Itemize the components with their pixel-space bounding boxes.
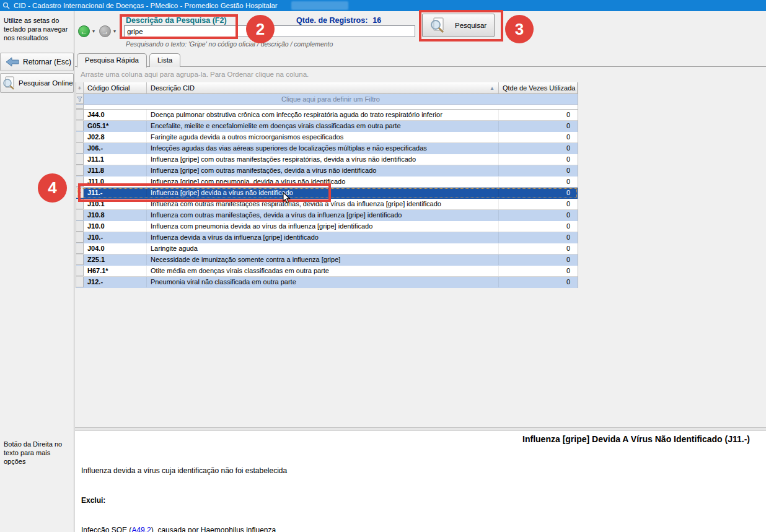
cid-description-cell[interactable]: Influenza [gripe] devida a vírus não ide… [147,188,499,198]
cid-description-cell[interactable]: Faringite aguda devida a outros microorg… [147,132,499,142]
cid-description-cell[interactable]: Influenza [gripe] com outras manifestaçõ… [147,165,499,176]
table-row[interactable]: H67.1* Otite média em doenças virais cla… [76,266,578,277]
table-row[interactable]: J11.0 Influenza [gripe] com pneumonia, d… [76,177,578,188]
usage-count-cell[interactable]: 0 [499,243,578,254]
cid-code-cell[interactable]: J10.1 [84,199,147,209]
row-indicator[interactable] [76,243,84,254]
usage-count-cell[interactable]: 0 [499,154,578,165]
table-row[interactable]: J06.- Infecções agudas das vias aéreas s… [76,143,578,154]
nav-back-button[interactable]: ← [78,25,90,37]
search-online-button[interactable]: Pesquisar Online [0,73,74,93]
row-indicator[interactable] [76,177,84,187]
cid-description-cell[interactable]: Pneumonia viral não classificada em outr… [147,277,499,287]
table-row[interactable]: J10.8 Influenza com outras manifestações… [76,210,578,221]
tab-lista[interactable]: Lista [149,53,180,67]
row-indicator[interactable]: ► [76,188,84,198]
row-indicator[interactable] [76,255,84,265]
cid-code-cell[interactable]: J11.8 [84,165,147,176]
cid-code-cell[interactable]: J02.8 [84,132,147,142]
nav-forward-caret-icon[interactable]: ▾ [113,28,116,34]
cid-description-cell[interactable]: Influenza com pneumonia devida ao vírus … [147,221,499,232]
filter-icon-cell[interactable] [76,94,84,104]
cid-description-cell[interactable]: Influenza com outras manifestações respi… [147,199,499,209]
table-row[interactable]: J04.0 Laringite aguda 0 [76,243,578,255]
cid-code-cell[interactable]: J11.0 [84,177,147,187]
cid-description-cell[interactable]: Necessidade de imunização somente contra… [147,255,499,265]
row-indicator[interactable] [76,221,84,232]
cid-code-cell[interactable]: Z25.1 [84,255,147,265]
cid-code-cell[interactable]: J10.8 [84,210,147,220]
cid-code-cell[interactable]: J11.- [84,188,147,198]
search-button[interactable]: Pesquisar [422,14,495,37]
table-row[interactable]: J10.- Influenza devida a vírus da influe… [76,232,578,243]
usage-count-cell[interactable]: 0 [499,210,578,220]
nav-back-caret-icon[interactable]: ▾ [92,28,95,34]
table-row[interactable]: G05.1* Encefalite, mielite e encefalomie… [76,121,578,132]
usage-count-cell[interactable]: 0 [499,132,578,142]
select-all-cell[interactable]: ✳ [76,82,84,94]
row-indicator[interactable] [76,277,84,287]
asterisk-icon: ✳ [77,85,82,91]
cid-description-cell[interactable]: Influenza [gripe] com pneumonia, devida … [147,177,499,187]
usage-count-cell[interactable]: 0 [499,188,578,198]
row-indicator[interactable] [76,199,84,209]
nav-forward-button[interactable]: → [99,25,111,37]
usage-count-cell[interactable]: 0 [499,177,578,187]
return-button[interactable]: Retornar (Esc) [0,53,74,71]
cid-description-cell[interactable]: Doença pulmonar obstrutiva crônica com i… [147,110,499,120]
filter-hint-text[interactable]: Clique aqui para definir um Filtro [84,94,578,104]
usage-count-cell[interactable]: 0 [499,266,578,276]
table-row[interactable]: Z25.1 Necessidade de imunização somente … [76,255,578,266]
tab-pesquisa-rapida[interactable]: Pesquisa Rápida [77,53,147,68]
cid-code-cell[interactable]: J10.- [84,232,147,243]
table-row[interactable]: J11.1 Influenza [gripe] com outras manif… [76,154,578,165]
table-row[interactable]: J10.1 Influenza com outras manifestações… [76,199,578,210]
table-row[interactable]: J12.- Pneumonia viral não classificada e… [76,277,578,288]
cid-code-cell[interactable]: G05.1* [84,121,147,131]
cid-description-cell[interactable]: Laringite aguda [147,243,499,254]
column-header-codigo[interactable]: Código Oficial [84,82,147,94]
row-indicator[interactable] [76,132,84,142]
cid-code-cell[interactable]: J06.- [84,143,147,154]
row-indicator[interactable] [76,143,84,154]
table-row[interactable]: J44.0 Doença pulmonar obstrutiva crônica… [76,110,578,121]
row-indicator[interactable] [76,266,84,276]
row-indicator[interactable] [76,154,84,165]
cid-description-cell[interactable]: Otite média em doenças virais classifica… [147,266,499,276]
cid-description-cell[interactable]: Encefalite, mielite e encefalomielite em… [147,121,499,131]
cid-description-cell[interactable]: Influenza [gripe] com outras manifestaçõ… [147,154,499,165]
usage-count-cell[interactable]: 0 [499,277,578,287]
cid-code-cell[interactable]: J04.0 [84,243,147,254]
table-row[interactable]: J02.8 Faringite aguda devida a outros mi… [76,132,578,143]
usage-count-cell[interactable]: 0 [499,110,578,120]
column-header-qtde[interactable]: Qtde de Vezes Utilizada [499,82,578,94]
usage-count-cell[interactable]: 0 [499,199,578,209]
cid-code-cell[interactable]: J11.1 [84,154,147,165]
cid-code-cell[interactable]: J44.0 [84,110,147,120]
usage-count-cell[interactable]: 0 [499,121,578,131]
cid-description-cell[interactable]: Influenza devida a vírus da influenza [g… [147,232,499,243]
usage-count-cell[interactable]: 0 [499,232,578,243]
table-row[interactable]: J10.0 Influenza com pneumonia devida ao … [76,221,578,232]
column-header-descricao[interactable]: Descrição CID ▲ [147,82,499,94]
sort-ascending-icon[interactable]: ▲ [490,85,495,91]
usage-count-cell[interactable]: 0 [499,143,578,154]
row-indicator[interactable] [76,121,84,131]
table-row[interactable]: ► J11.- Influenza [gripe] devida a vírus… [76,188,578,199]
row-indicator[interactable] [76,165,84,176]
cid-description-cell[interactable]: Influenza com outras manifestações, devi… [147,210,499,220]
cid-code-link[interactable]: A49.2 [131,526,151,532]
cid-code-cell[interactable]: H67.1* [84,266,147,276]
row-indicator[interactable] [76,210,84,220]
table-row[interactable]: J11.8 Influenza [gripe] com outras manif… [76,165,578,177]
usage-count-cell[interactable]: 0 [499,165,578,176]
row-indicator[interactable] [76,232,84,243]
grid-rows: J44.0 Doença pulmonar obstrutiva crônica… [76,110,578,288]
usage-count-cell[interactable]: 0 [499,221,578,232]
row-indicator[interactable] [76,110,84,120]
usage-count-cell[interactable]: 0 [499,255,578,265]
cid-description-cell[interactable]: Infecções agudas das vias aéreas superio… [147,143,499,154]
cid-code-cell[interactable]: J12.- [84,277,147,287]
cid-code-cell[interactable]: J10.0 [84,221,147,232]
filter-row[interactable]: Clique aqui para definir um Filtro [76,94,578,105]
